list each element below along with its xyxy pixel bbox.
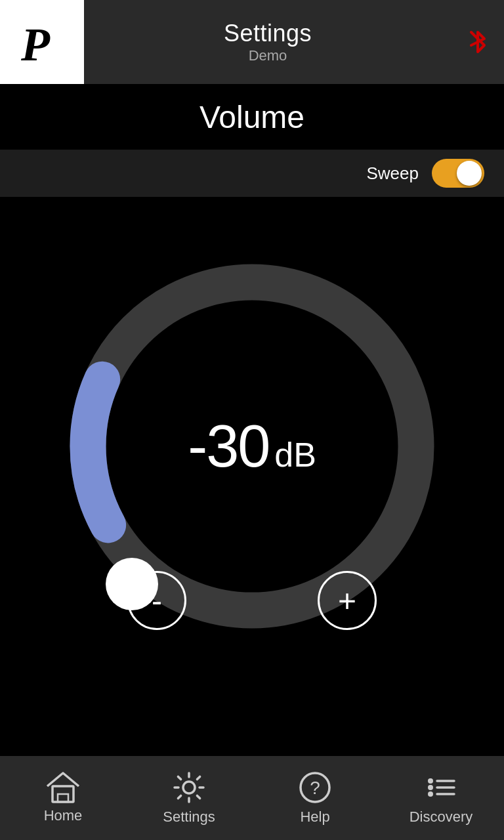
header-center: Settings Demo [84,20,452,64]
app-logo: P [0,0,84,84]
svg-point-8 [428,778,433,784]
knob-area: -30 dB - + [0,197,504,696]
discovery-icon [424,770,458,805]
plus-label: + [338,583,356,619]
nav-label-help: Help [300,808,329,826]
nav-item-settings[interactable]: Settings [126,756,252,840]
home-icon [46,772,80,803]
svg-rect-4 [58,794,68,802]
volume-unit: dB [274,435,316,474]
volume-increase-button[interactable]: + [318,571,377,630]
svg-point-5 [183,782,195,793]
knob-value-display: -30 dB [188,413,316,480]
sweep-label: Sweep [367,163,419,184]
bluetooth-button[interactable] [452,26,504,58]
svg-text:?: ? [310,778,320,798]
toggle-thumb [457,161,482,186]
nav-item-home[interactable]: Home [0,756,126,840]
device-name: Demo [249,47,287,64]
nav-label-home: Home [44,807,83,824]
nav-item-discovery[interactable]: Discovery [378,756,504,840]
svg-text:P: P [20,18,51,68]
nav-item-help[interactable]: ? Help [252,756,378,840]
svg-point-12 [428,791,433,797]
nav-label-discovery: Discovery [410,808,473,826]
page-title: Settings [224,20,312,47]
settings-icon [172,770,206,805]
volume-decrease-button[interactable]: - [127,571,186,630]
volume-knob[interactable]: -30 dB - + [62,256,442,637]
help-icon: ? [298,770,332,805]
bluetooth-icon [465,26,491,58]
logo-icon: P [16,16,68,68]
header: P Settings Demo [0,0,504,84]
sweep-section: Sweep [0,150,504,197]
nav-label-settings: Settings [163,808,215,826]
navbar: Home Settings ? Help Discovery [0,756,504,840]
volume-section: Volume [0,84,504,150]
volume-heading: Volume [200,99,304,135]
svg-point-10 [428,785,433,790]
volume-value: -30 [188,413,269,480]
sweep-toggle[interactable] [432,159,484,188]
minus-label: - [152,583,162,619]
